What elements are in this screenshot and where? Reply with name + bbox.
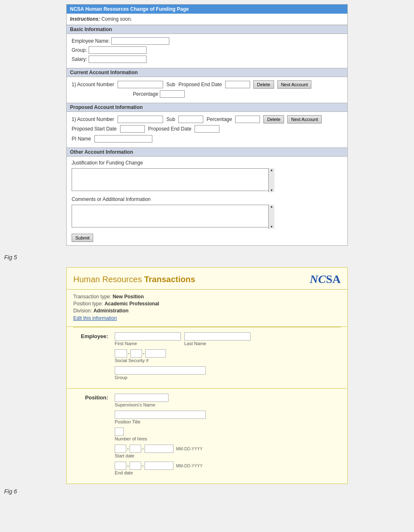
start-month-input[interactable]	[115, 445, 126, 453]
supervisors-group: Supervisors's Name	[115, 394, 168, 407]
employee-name-input[interactable]	[111, 37, 169, 45]
employee-section-label: Employee:	[73, 332, 115, 339]
submit-button[interactable]: Submit	[72, 234, 93, 242]
current-account-number-input[interactable]	[118, 81, 163, 88]
first-name-label: First Name	[115, 341, 181, 346]
comments-textarea[interactable]	[72, 205, 274, 227]
proposed-next-account-button[interactable]: Next Account	[287, 115, 322, 123]
proposed-percentage-input[interactable]	[235, 116, 260, 123]
name-row: First Name Last Name	[115, 332, 341, 346]
employee-section: Employee: First Name Last Name -	[67, 327, 347, 389]
position-title-label: Position Title	[115, 419, 206, 424]
end-date-format-hint: MM-DD-YYYY	[176, 464, 202, 468]
other-account-body: Justification for Funding Change ▲ ▼ Com…	[67, 157, 347, 245]
position-type-label: Position type:	[73, 301, 104, 307]
group-row: Group:	[72, 46, 342, 54]
current-account-header: Current Account Information	[67, 68, 347, 77]
group-input[interactable]	[89, 46, 147, 54]
current-delete-button[interactable]: Delete	[253, 80, 274, 89]
proposed-delete-button[interactable]: Delete	[263, 115, 284, 123]
edit-information-link[interactable]: Edit this information	[73, 315, 117, 321]
start-day-input[interactable]	[130, 445, 141, 453]
start-dash1: -	[127, 446, 129, 452]
current-proposed-end-input[interactable]	[225, 81, 250, 88]
transaction-type-line: Transaction type: New Position	[73, 294, 341, 300]
num-hires-group: Number of hires	[115, 428, 147, 441]
current-percentage-row: Percentage	[72, 90, 342, 98]
fig5-form: NCSA Human Resources Change of Funding P…	[66, 4, 348, 246]
ssn-inputs: - -	[115, 349, 166, 358]
proposed-dates-row: Proposed Start Date Proposed End Date	[72, 125, 342, 133]
proposed-start-input[interactable]	[120, 125, 145, 133]
position-fields: Supervisors's Name Position Title Number…	[115, 394, 341, 479]
pi-name-input[interactable]	[94, 135, 152, 143]
justification-wrapper: ▲ ▼	[72, 168, 274, 192]
salary-input[interactable]	[89, 56, 147, 63]
ncsa-logo-nc: NC	[310, 273, 326, 285]
basic-info-body: Employee Name: Group: Salary:	[67, 34, 347, 68]
division-value: Administration	[94, 308, 129, 314]
fig5-title: NCSA Human Resources Change of Funding P…	[67, 5, 347, 14]
proposed-account-row: 1) Account Number Sub Percentage Delete …	[72, 115, 342, 123]
supervisors-name-input[interactable]	[115, 394, 168, 402]
fig5-label: Fig 5	[4, 254, 410, 261]
ncsa-logo: NCSA	[310, 273, 341, 286]
num-hires-row: Number of hires	[115, 428, 341, 441]
ssn-part2-input[interactable]	[130, 349, 142, 358]
fig5-instructions: Instructions: Coming soon.	[67, 14, 347, 25]
pi-name-row: PI Name	[72, 135, 342, 143]
supervisors-name-label: Supervisors's Name	[115, 402, 168, 407]
start-dash2: -	[142, 446, 144, 452]
num-hires-input[interactable]	[115, 428, 124, 436]
first-name-input[interactable]	[115, 332, 181, 341]
comments-label: Comments or Additional Information	[72, 196, 151, 202]
start-date-label: Start date	[115, 453, 202, 458]
transaction-type-value: New Position	[113, 294, 144, 300]
ncsa-logo-sa: SA	[326, 273, 341, 285]
proposed-end-input[interactable]	[195, 125, 219, 133]
justification-label: Justification for Funding Change	[72, 160, 143, 166]
current-percentage-input[interactable]	[160, 90, 185, 98]
position-title-input[interactable]	[115, 411, 206, 419]
start-year-input[interactable]	[144, 445, 173, 453]
proposed-start-label: Proposed Start Date	[72, 126, 117, 132]
ssn-part3-input[interactable]	[145, 349, 166, 358]
group-input[interactable]	[115, 366, 206, 375]
last-name-label: Last Name	[184, 341, 250, 346]
last-name-input[interactable]	[184, 332, 250, 341]
ssn-part1-input[interactable]	[115, 349, 127, 358]
fig6-info-section: Transaction type: New Position Position …	[67, 290, 347, 327]
supervisors-row: Supervisors's Name	[115, 394, 341, 407]
ssn-group: - - Social Security #	[115, 349, 166, 363]
proposed-account-number-label: 1) Account Number	[72, 116, 114, 122]
end-day-input[interactable]	[130, 462, 141, 470]
ssn-label: Social Security #	[115, 358, 166, 363]
end-date-label: End date	[115, 470, 202, 475]
end-month-input[interactable]	[115, 462, 126, 470]
end-dash2: -	[142, 463, 144, 469]
proposed-sub-label: Sub	[166, 116, 175, 122]
start-date-row: - - MM-DD-YYYY Start date	[115, 445, 341, 458]
proposed-end-label: Proposed End Date	[148, 126, 192, 132]
current-account-row: 1) Account Number Sub Proposed End Date …	[72, 80, 342, 89]
end-date-group: - - MM-DD-YYYY End date	[115, 462, 202, 475]
num-hires-label: Number of hires	[115, 436, 147, 441]
end-year-input[interactable]	[144, 462, 173, 470]
proposed-account-number-input[interactable]	[118, 116, 163, 123]
proposed-sub-input[interactable]	[178, 116, 203, 123]
end-date-row: - - MM-DD-YYYY End date	[115, 462, 341, 475]
position-title-group: Position Title	[115, 411, 206, 424]
group-label: Group:	[72, 47, 87, 53]
pi-name-label: PI Name	[72, 136, 91, 142]
transaction-type-label: Transaction type:	[73, 294, 113, 300]
other-account-header: Other Account Information	[67, 148, 347, 157]
end-dash1: -	[127, 463, 129, 469]
current-next-account-button[interactable]: Next Account	[277, 80, 312, 89]
justification-textarea[interactable]	[72, 168, 274, 191]
group-group: Group	[115, 366, 206, 380]
last-name-group: Last Name	[184, 332, 250, 346]
current-percentage-label: Percentage	[133, 91, 158, 97]
start-date-group: - - MM-DD-YYYY Start date	[115, 445, 202, 458]
fig6-title-part2: Transactions	[144, 275, 195, 284]
salary-row: Salary:	[72, 56, 342, 63]
